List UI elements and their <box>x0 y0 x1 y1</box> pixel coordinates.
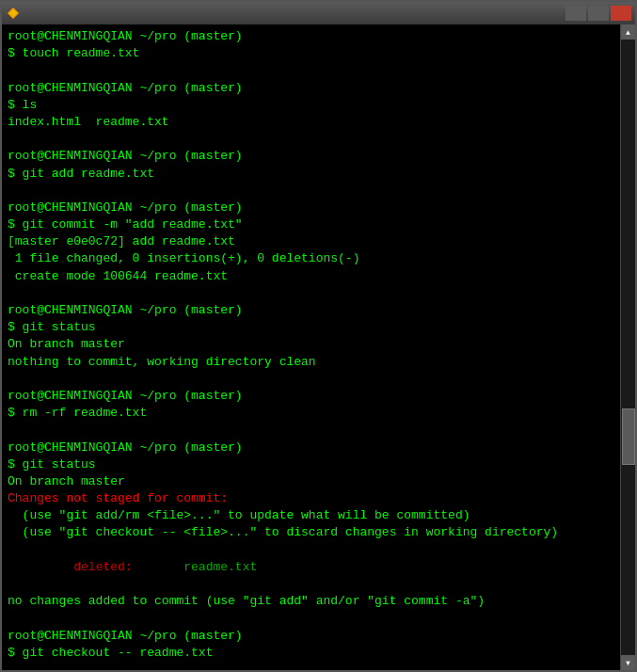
output-line: no changes added to commit (use "git add… <box>8 593 614 610</box>
empty-line <box>8 285 614 302</box>
command-line: $ git status <box>8 456 614 473</box>
prompt-line: root@CHENMINGQIAN ~/pro (master) <box>8 440 614 456</box>
scroll-up-button[interactable]: ▲ <box>621 24 636 40</box>
command-line: $ git commit -m "add readme.txt" <box>8 216 614 233</box>
deleted-label: deleted: <box>8 560 133 574</box>
prompt-line: root@CHENMINGQIAN ~/pro (master) <box>8 28 614 45</box>
terminal-content[interactable]: root@CHENMINGQIAN ~/pro (master)$ touch … <box>2 24 620 670</box>
output-line: create mode 100644 readme.txt <box>8 268 614 285</box>
output-line: 1 file changed, 0 insertions(+), 0 delet… <box>8 250 614 267</box>
output-line: nothing to commit, working directory cle… <box>8 354 614 371</box>
command-line: $ ls <box>8 97 614 114</box>
empty-line <box>8 542 614 559</box>
empty-line <box>8 62 614 79</box>
empty-line <box>8 610 614 627</box>
output-line: index.html readme.txt <box>8 114 614 131</box>
output-line: (use "git add/rm <file>..." to update wh… <box>8 507 614 524</box>
close-button[interactable] <box>611 6 631 21</box>
output-line: On branch master <box>8 473 614 490</box>
command-line: $ touch readme.txt <box>8 45 614 62</box>
terminal-window: root@CHENMINGQIAN ~/pro (master)$ touch … <box>0 0 637 672</box>
scroll-track[interactable] <box>621 40 635 655</box>
command-line: $ git status <box>8 319 614 336</box>
output-line: (use "git checkout -- <file>..." to disc… <box>8 524 614 541</box>
output-line: On branch master <box>8 336 614 353</box>
command-line: $ rm -rf readme.txt <box>8 405 614 422</box>
terminal-wrapper: root@CHENMINGQIAN ~/pro (master)$ touch … <box>2 24 635 670</box>
prompt-line: root@CHENMINGQIAN ~/pro (master) <box>8 80 614 97</box>
scroll-thumb[interactable] <box>622 408 635 465</box>
window-controls <box>565 6 631 21</box>
empty-line <box>8 662 614 670</box>
prompt-line: root@CHENMINGQIAN ~/pro (master) <box>8 388 614 405</box>
titlebar <box>2 2 635 24</box>
empty-line <box>8 422 614 439</box>
prompt-line: root@CHENMINGQIAN ~/pro (master) <box>8 628 614 645</box>
empty-line <box>8 576 614 593</box>
prompt-line: root@CHENMINGQIAN ~/pro (master) <box>8 148 614 165</box>
output-line: [master e0e0c72] add readme.txt <box>8 233 614 250</box>
empty-line <box>8 371 614 388</box>
command-line: $ git checkout -- readme.txt <box>8 645 614 662</box>
app-icon <box>6 6 21 21</box>
prompt-line: root@CHENMINGQIAN ~/pro (master) <box>8 302 614 319</box>
deleted-line: deleted: readme.txt <box>8 559 614 576</box>
deleted-filename: readme.txt <box>133 560 258 574</box>
scrollbar[interactable]: ▲ ▼ <box>620 24 635 670</box>
empty-line <box>8 131 614 148</box>
command-line: $ git add readme.txt <box>8 166 614 183</box>
minimize-button[interactable] <box>565 6 586 21</box>
maximize-button[interactable] <box>588 6 609 21</box>
scroll-down-button[interactable]: ▼ <box>621 655 636 670</box>
prompt-line: root@CHENMINGQIAN ~/pro (master) <box>8 200 614 216</box>
titlebar-left <box>6 6 26 21</box>
output-line-red: Changes not staged for commit: <box>8 490 614 507</box>
empty-line <box>8 183 614 200</box>
